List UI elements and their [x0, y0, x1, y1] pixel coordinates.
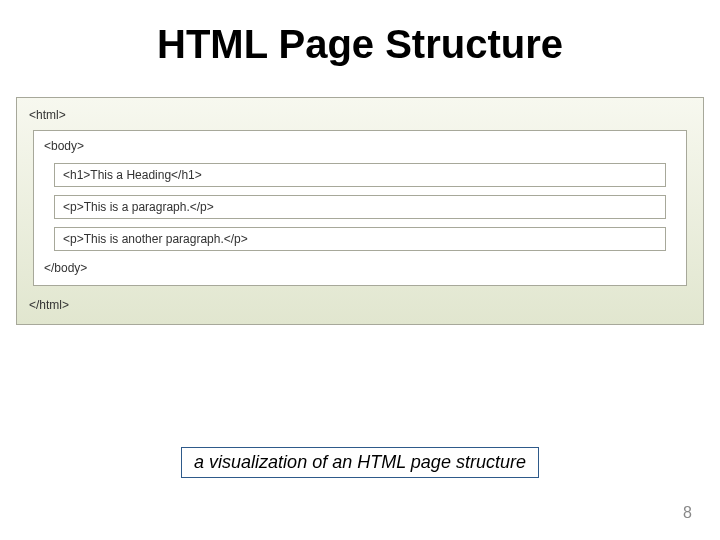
h1-text: <h1>This a Heading</h1> [63, 168, 202, 182]
html-close-tag: </html> [29, 296, 691, 314]
slide-title: HTML Page Structure [0, 0, 720, 77]
html-open-tag: <html> [29, 106, 691, 124]
page-number: 8 [683, 504, 692, 522]
h1-box: <h1>This a Heading</h1> [54, 163, 666, 187]
p2-text: <p>This is another paragraph.</p> [63, 232, 248, 246]
html-structure-diagram: <html> <body> <h1>This a Heading</h1> <p… [16, 97, 704, 325]
body-open-tag: <body> [44, 137, 676, 155]
p2-box: <p>This is another paragraph.</p> [54, 227, 666, 251]
p1-text: <p>This is a paragraph.</p> [63, 200, 214, 214]
slide: HTML Page Structure <html> <body> <h1>Th… [0, 0, 720, 540]
caption-container: a visualization of an HTML page structur… [0, 447, 720, 478]
body-close-tag: </body> [44, 259, 676, 277]
p1-box: <p>This is a paragraph.</p> [54, 195, 666, 219]
caption-text: a visualization of an HTML page structur… [181, 447, 539, 478]
body-box: <body> <h1>This a Heading</h1> <p>This i… [33, 130, 687, 286]
